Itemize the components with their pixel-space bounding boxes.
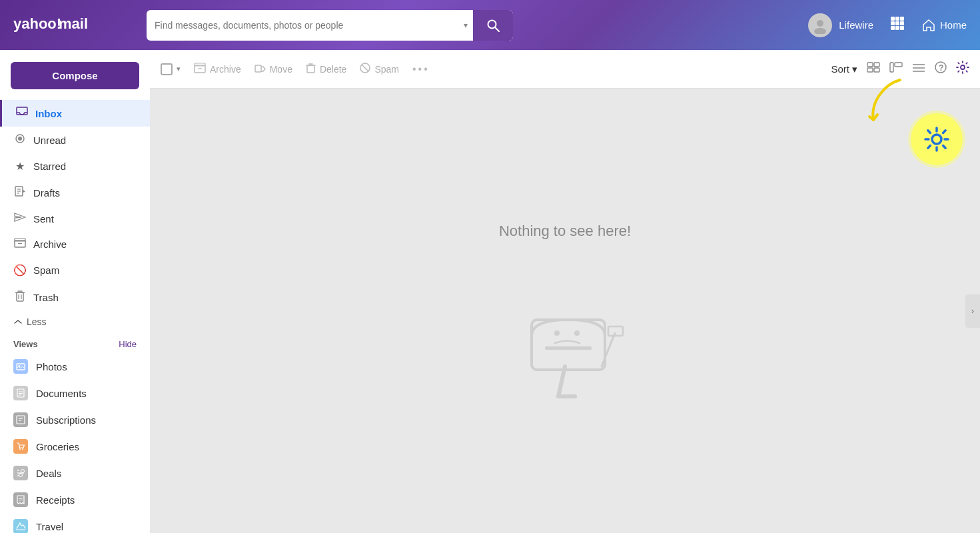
sidebar-item-drafts[interactable]: Drafts [0,179,150,206]
star-icon: ★ [13,160,27,173]
svg-point-74 [554,330,560,336]
collapse-panel-button[interactable]: › [965,294,980,328]
svg-rect-25 [17,292,23,301]
spam-label: Spam [33,265,59,276]
svg-rect-61 [895,63,902,67]
svg-line-55 [362,65,368,71]
sidebar: Compose Inbox Unread ★ Starred [0,50,150,533]
sidebar-item-sent[interactable]: Sent [0,206,150,231]
svg-point-4 [817,20,823,27]
documents-icon [13,386,28,400]
home-link[interactable]: Home [921,18,967,33]
inbox-icon [15,107,29,120]
unread-icon [13,133,27,147]
svg-rect-7 [895,17,899,21]
search-button[interactable] [473,10,513,41]
svg-rect-11 [900,21,904,25]
delete-button[interactable]: Delete [306,63,346,76]
archive-button[interactable]: Archive [194,63,241,76]
starred-label: Starred [33,161,66,172]
select-all-checkbox[interactable] [161,63,173,75]
unread-label: Unread [33,135,66,146]
sidebar-item-unread[interactable]: Unread [0,127,150,153]
svg-rect-73 [608,326,623,336]
svg-rect-71 [545,346,592,350]
svg-rect-8 [900,17,904,21]
views-item-deals[interactable]: Deals [0,460,150,486]
username-label[interactable]: Lifewire [839,19,873,31]
sent-icon [13,213,27,225]
views-section-title: Views [13,339,38,349]
compose-button[interactable]: Compose [11,62,139,89]
spam-button[interactable]: Spam [360,63,399,76]
views-item-groceries[interactable]: Groceries [0,433,150,460]
svg-rect-15 [17,107,27,115]
more-actions-button[interactable]: ••• [412,63,430,75]
photos-label: Photos [36,361,67,372]
views-item-photos[interactable]: Photos [0,353,150,380]
trash-label: Trash [33,292,59,303]
views-hide-button[interactable]: Hide [119,339,137,349]
empty-mailbox-illustration [505,266,625,400]
select-all-area: ▾ [161,63,181,75]
drafts-label: Drafts [33,187,60,199]
apps-grid-icon[interactable] [889,15,905,35]
less-button[interactable]: Less [0,311,150,332]
highlight-arrow [860,73,920,129]
sidebar-item-inbox[interactable]: Inbox [0,100,150,127]
email-toolbar: ▾ Archive [150,50,980,89]
svg-rect-10 [895,21,899,25]
empty-state-title: Nothing to see here! [499,223,631,240]
views-item-receipts[interactable]: Receipts [0,486,150,513]
svg-point-76 [932,135,941,144]
home-label: Home [940,19,967,31]
sidebar-item-trash[interactable]: Trash [0,283,150,311]
select-dropdown-chevron[interactable]: ▾ [177,65,181,73]
sort-chevron-icon: ▾ [852,63,857,75]
spam-icon: 🚫 [13,264,27,276]
spam-btn-icon [360,63,370,76]
delete-button-label: Delete [320,64,346,75]
archive-icon [13,238,27,251]
svg-point-43 [21,470,25,473]
settings-highlight-icon [923,126,950,153]
logo: yahoo! mail [13,11,133,39]
sidebar-item-starred[interactable]: ★ Starred [0,153,150,179]
toolbar-actions: Archive Move [194,63,817,76]
svg-point-5 [814,28,826,34]
views-item-travel[interactable]: Travel [0,513,150,533]
user-area[interactable]: Lifewire [808,13,873,37]
move-button-label: Move [270,64,292,75]
sort-button[interactable]: Sort ▾ [831,63,857,75]
svg-point-75 [574,330,580,336]
help-button[interactable]: ? [935,61,947,77]
groceries-icon [13,439,28,454]
travel-icon [13,519,28,533]
views-item-subscriptions[interactable]: Subscriptions [0,406,150,433]
move-button[interactable]: Move [254,63,292,75]
settings-button[interactable] [956,61,969,77]
search-bar: ▾ [147,10,513,41]
archive-label: Archive [33,239,67,250]
subscriptions-label: Subscriptions [36,414,96,426]
sidebar-item-archive[interactable]: Archive [0,231,150,257]
header-right: Lifewire Home [808,13,967,37]
sort-label: Sort [831,63,849,75]
photos-icon [13,359,28,374]
search-input[interactable] [155,20,458,31]
svg-rect-6 [891,17,895,21]
sidebar-item-spam[interactable]: 🚫 Spam [0,257,150,283]
views-item-documents[interactable]: Documents [0,380,150,406]
yahoo-mail-logo-text: yahoo! mail [13,11,100,39]
receipts-icon [13,492,28,507]
documents-label: Documents [36,388,87,399]
svg-point-38 [19,448,21,450]
drafts-icon [13,186,27,199]
svg-rect-60 [890,63,893,72]
archive-btn-icon [194,63,206,76]
svg-rect-52 [307,65,314,73]
svg-point-67 [961,65,965,69]
svg-rect-13 [895,26,899,30]
avatar [808,13,832,37]
search-chevron-icon[interactable]: ▾ [464,21,468,30]
